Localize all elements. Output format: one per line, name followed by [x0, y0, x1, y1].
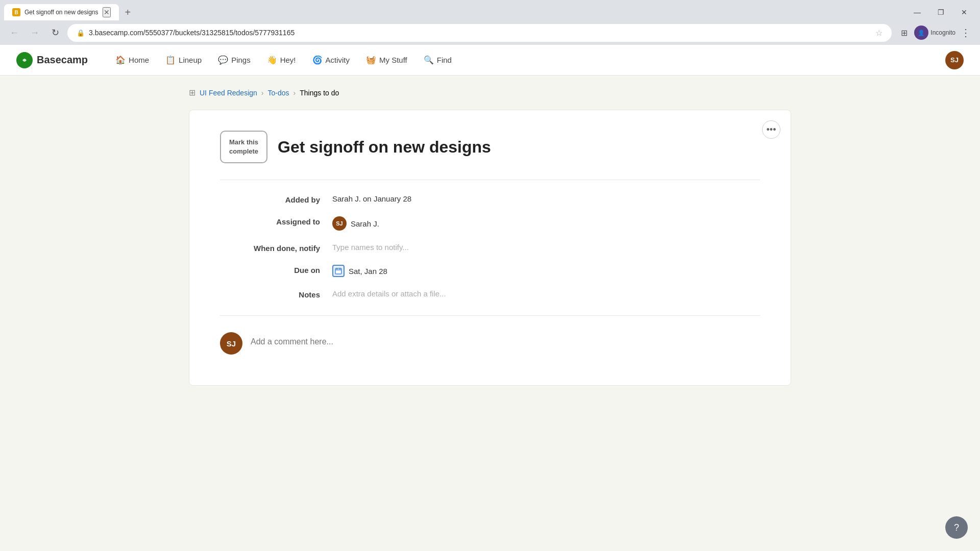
assignee-name: Sarah J. [351, 219, 379, 228]
restore-button[interactable]: ❐ [929, 4, 952, 20]
tab-title: Get signoff on new designs [24, 9, 99, 16]
breadcrumb-project[interactable]: UI Feed Redesign [200, 89, 257, 97]
profile-icon: 👤 [918, 30, 925, 36]
browser-menu-button[interactable]: ⋮ [958, 24, 974, 41]
nav-mystuff[interactable]: 🧺 My Stuff [359, 51, 414, 69]
breadcrumb: ⊞ UI Feed Redesign › To-dos › Things to … [189, 76, 791, 106]
reload-button[interactable]: ↻ [47, 24, 63, 41]
nav-hey-label: Hey! [280, 56, 296, 64]
tab-favicon: B [12, 8, 20, 16]
nav-find-label: Find [437, 56, 452, 64]
todo-header: Mark this complete Get signoff on new de… [220, 131, 760, 163]
address-bar[interactable]: 🔒 3.basecamp.com/5550377/buckets/3132581… [67, 24, 892, 42]
due-on-value: Sat, Jan 28 [332, 265, 760, 277]
nav-lineup[interactable]: 📋 Lineup [158, 51, 209, 69]
incognito-label: Incognito [930, 29, 955, 36]
page-content: ⊞ UI Feed Redesign › To-dos › Things to … [158, 76, 822, 386]
added-by-label: Added by [220, 194, 332, 204]
comment-initials: SJ [227, 339, 236, 348]
tab-close-button[interactable]: ✕ [103, 7, 111, 17]
more-options-button[interactable]: ••• [762, 120, 780, 139]
comment-input[interactable] [251, 332, 760, 352]
comment-divider [220, 315, 760, 316]
nav-home[interactable]: 🏠 Home [108, 51, 156, 69]
browser-chrome: B Get signoff on new designs ✕ + — ❐ ✕ ←… [0, 0, 980, 45]
help-button[interactable]: ? [945, 516, 968, 539]
url-text: 3.basecamp.com/5550377/buckets/31325815/… [89, 29, 871, 37]
assigned-to-label: Assigned to [220, 216, 332, 226]
notes-placeholder: Add extra details or attach a file... [332, 289, 446, 298]
svg-rect-4 [339, 268, 340, 269]
calendar-icon [332, 265, 345, 277]
notify-placeholder: Type names to notify... [332, 243, 409, 252]
logo-icon [16, 52, 33, 68]
comment-area: SJ [220, 332, 760, 355]
minimize-button[interactable]: — [905, 4, 929, 20]
forward-button[interactable]: → [27, 24, 43, 41]
breadcrumb-sep-1: › [261, 89, 264, 97]
breadcrumb-section[interactable]: To-dos [268, 89, 289, 97]
window-controls: — ❐ ✕ [905, 4, 980, 20]
close-button[interactable]: ✕ [952, 4, 976, 20]
assigned-to-value: SJ Sarah J. [332, 216, 760, 231]
svg-rect-3 [336, 268, 337, 269]
mark-complete-line1: Mark this [229, 138, 258, 146]
notify-label: When done, notify [220, 243, 332, 253]
pings-icon: 💬 [218, 55, 228, 65]
notes-label: Notes [220, 289, 332, 299]
notify-row: When done, notify Type names to notify..… [220, 243, 760, 253]
nav-hey[interactable]: 👋 Hey! [260, 51, 303, 69]
todo-title: Get signoff on new designs [278, 138, 491, 157]
todo-divider [220, 180, 760, 180]
added-by-value: Sarah J. on January 28 [332, 194, 760, 203]
activity-icon: 🌀 [312, 55, 323, 65]
bookmark-button[interactable]: ☆ [875, 28, 883, 38]
mark-complete-button[interactable]: Mark this complete [220, 131, 267, 163]
nav-home-label: Home [129, 56, 149, 64]
due-on-label: Due on [220, 265, 332, 274]
user-initials: SJ [950, 56, 959, 64]
logo-text: Basecamp [37, 54, 88, 66]
main-nav: Basecamp 🏠 Home 📋 Lineup 💬 Pings 👋 Hey! … [0, 45, 980, 76]
assignee-avatar: SJ [332, 216, 347, 231]
active-tab[interactable]: B Get signoff on new designs ✕ [4, 4, 119, 20]
comment-avatar: SJ [220, 332, 242, 355]
app: Basecamp 🏠 Home 📋 Lineup 💬 Pings 👋 Hey! … [0, 45, 980, 551]
lineup-icon: 📋 [165, 55, 176, 65]
due-on-row: Due on Sat, Jan 28 [220, 265, 760, 277]
extensions-button[interactable]: ⊞ [896, 24, 912, 41]
nav-activity-label: Activity [326, 56, 350, 64]
profile-button[interactable]: 👤 [914, 26, 928, 40]
assigned-to-row: Assigned to SJ Sarah J. [220, 216, 760, 231]
mystuff-icon: 🧺 [366, 55, 376, 65]
todo-card: ••• Mark this complete Get signoff on ne… [189, 110, 791, 386]
nav-pings-label: Pings [231, 56, 251, 64]
find-icon: 🔍 [424, 55, 434, 65]
added-by-row: Added by Sarah J. on January 28 [220, 194, 760, 204]
user-avatar[interactable]: SJ [945, 51, 964, 69]
back-button[interactable]: ← [6, 24, 22, 41]
breadcrumb-current: Things to do [300, 89, 339, 97]
svg-rect-1 [335, 268, 341, 274]
nav-pings[interactable]: 💬 Pings [211, 51, 258, 69]
new-tab-button[interactable]: + [119, 7, 137, 18]
breadcrumb-sep-2: › [293, 89, 296, 97]
home-icon: 🏠 [115, 55, 126, 65]
help-icon: ? [954, 522, 959, 533]
due-date: Sat, Jan 28 [349, 267, 387, 276]
nav-links: 🏠 Home 📋 Lineup 💬 Pings 👋 Hey! 🌀 Activit… [108, 51, 945, 69]
fields-table: Added by Sarah J. on January 28 Assigned… [220, 194, 760, 299]
nav-find[interactable]: 🔍 Find [416, 51, 459, 69]
hey-icon: 👋 [267, 55, 277, 65]
nav-lineup-label: Lineup [179, 56, 202, 64]
notes-value[interactable]: Add extra details or attach a file... [332, 289, 760, 298]
nav-mystuff-label: My Stuff [379, 56, 407, 64]
logo[interactable]: Basecamp [16, 52, 88, 68]
notify-value[interactable]: Type names to notify... [332, 243, 760, 252]
nav-activity[interactable]: 🌀 Activity [305, 51, 357, 69]
breadcrumb-icon: ⊞ [189, 88, 195, 97]
mark-complete-line2: complete [229, 147, 258, 155]
notes-row: Notes Add extra details or attach a file… [220, 289, 760, 299]
assignee-initials: SJ [336, 220, 342, 227]
